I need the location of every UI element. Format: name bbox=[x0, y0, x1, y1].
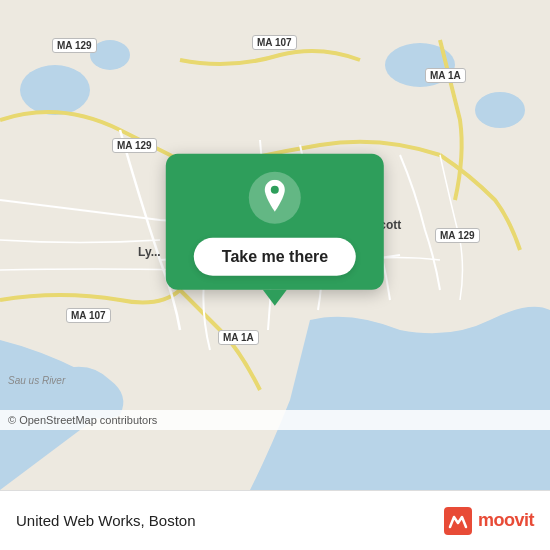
take-me-there-button[interactable]: Take me there bbox=[194, 238, 356, 276]
attribution-text: © OpenStreetMap contributors bbox=[8, 414, 157, 426]
road-label-ma129-mid-left: MA 129 bbox=[112, 138, 157, 153]
attribution-bar: © OpenStreetMap contributors bbox=[0, 410, 550, 430]
lynn-city-label: Ly... bbox=[138, 245, 161, 259]
road-label-ma129-right: MA 129 bbox=[435, 228, 480, 243]
bottom-bar: United Web Works, Boston moovit bbox=[0, 490, 550, 550]
road-label-ma107-bottom-left: MA 107 bbox=[66, 308, 111, 323]
location-pin-icon bbox=[260, 180, 290, 216]
road-label-ma1a-bottom-mid: MA 1A bbox=[218, 330, 259, 345]
moovit-brand-icon bbox=[444, 507, 472, 535]
svg-point-1 bbox=[20, 65, 90, 115]
road-label-ma129-top-left: MA 129 bbox=[52, 38, 97, 53]
svg-point-5 bbox=[271, 186, 279, 194]
popup-card: Take me there bbox=[166, 154, 384, 290]
popup-overlay: Take me there bbox=[166, 154, 384, 306]
saugus-river-label: Sau us River bbox=[8, 375, 65, 386]
svg-point-4 bbox=[475, 92, 525, 128]
map-container: MA 129 MA 107 MA 1A MA 129 MA 107 MA 1A … bbox=[0, 0, 550, 490]
bottom-location-text: United Web Works, Boston bbox=[16, 512, 196, 529]
road-label-ma1a-top-right: MA 1A bbox=[425, 68, 466, 83]
moovit-brand-name: moovit bbox=[478, 510, 534, 531]
moovit-logo: moovit bbox=[444, 507, 534, 535]
location-icon-wrapper bbox=[249, 172, 301, 224]
road-label-ma107-top: MA 107 bbox=[252, 35, 297, 50]
popup-tail bbox=[263, 290, 287, 306]
